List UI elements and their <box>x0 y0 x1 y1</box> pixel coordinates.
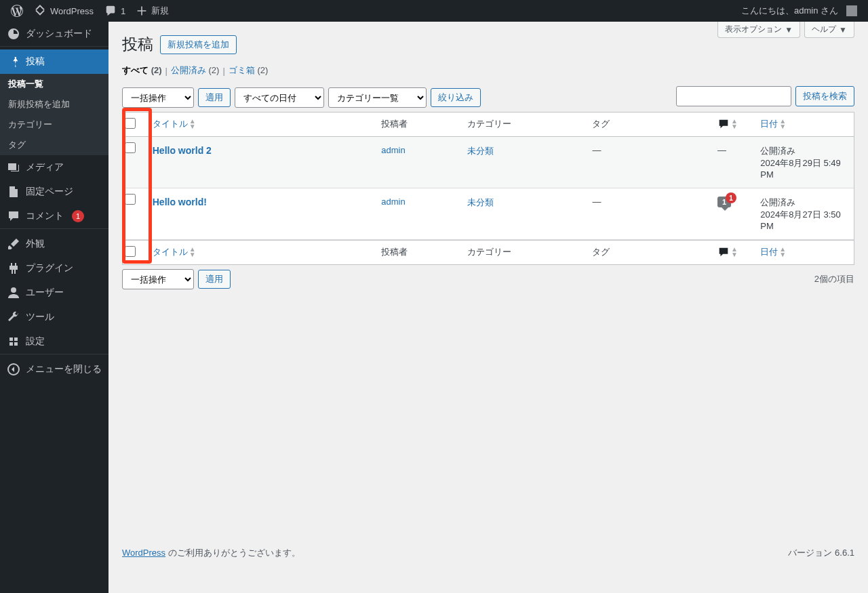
category-link[interactable]: 未分類 <box>467 146 494 156</box>
site-name-link[interactable]: WordPress <box>28 0 99 22</box>
col-comments[interactable]: ▲▼ <box>717 118 747 130</box>
select-all-bottom[interactable] <box>125 246 136 257</box>
page-title: 投稿 <box>122 34 153 55</box>
sidebar-tools[interactable]: ツール <box>0 305 108 329</box>
sort-icon: ▲▼ <box>731 119 738 129</box>
sidebar-posts[interactable]: 投稿 <box>0 49 108 74</box>
col-tags: タグ <box>585 240 711 264</box>
row-checkbox[interactable] <box>125 194 136 205</box>
tags-cell: — <box>585 137 711 188</box>
sidebar-media[interactable]: メディア <box>0 155 108 180</box>
sidebar-label: ダッシュボード <box>26 28 92 40</box>
col-title[interactable]: タイトル▲▼ <box>153 246 368 258</box>
col-author: 投稿者 <box>374 240 460 264</box>
add-new-button[interactable]: 新規投稿を追加 <box>160 35 237 54</box>
col-date[interactable]: 日付▲▼ <box>760 118 847 130</box>
sidebar-label: プラグイン <box>26 262 73 274</box>
submenu-posts-list[interactable]: 投稿一覧 <box>0 74 108 94</box>
tags-cell: — <box>585 188 711 240</box>
item-count-bottom: 2個の項目 <box>814 273 854 285</box>
help-button[interactable]: ヘルプ ▼ <box>804 22 854 38</box>
version-text: バージョン 6.6.1 <box>788 547 854 559</box>
collapse-icon <box>7 363 20 376</box>
date-cell: 公開済み2024年8月27日 3:50 PM <box>753 188 854 240</box>
svg-point-0 <box>11 287 16 293</box>
sidebar-collapse[interactable]: メニューを閉じる <box>0 357 108 382</box>
category-link[interactable]: 未分類 <box>467 197 494 207</box>
greeting-text: こんにちは、admin さん <box>741 5 838 17</box>
col-comments[interactable]: ▲▼ <box>717 246 747 258</box>
col-date[interactable]: 日付▲▼ <box>760 246 847 258</box>
comment-icon <box>717 118 730 130</box>
comment-icon <box>7 209 20 223</box>
filter-trash[interactable]: ゴミ箱 (2) <box>229 64 269 77</box>
table-row: Hello world 2 admin 未分類 — — 公開済み2024年8月2… <box>123 137 854 188</box>
site-name-text: WordPress <box>50 6 94 16</box>
bulk-action-select-bottom[interactable]: 一括操作 <box>122 269 194 289</box>
sidebar-label: コメント <box>26 210 64 222</box>
apply-button-bottom[interactable]: 適用 <box>198 270 231 289</box>
sidebar-users[interactable]: ユーザー <box>0 281 108 305</box>
sort-icon: ▲▼ <box>731 247 738 258</box>
sort-icon: ▲▼ <box>189 247 196 258</box>
search-input[interactable] <box>676 86 791 106</box>
post-title-link[interactable]: Hello world 2 <box>153 145 212 156</box>
user-icon <box>7 286 20 300</box>
submenu-posts-tag[interactable]: タグ <box>0 135 108 155</box>
sidebar-settings[interactable]: 設定 <box>0 329 108 354</box>
sidebar-dashboard[interactable]: ダッシュボード <box>0 22 108 46</box>
sidebar-appearance[interactable]: 外観 <box>0 232 108 256</box>
sidebar-label: メディア <box>26 161 64 173</box>
select-all-top[interactable] <box>125 118 136 129</box>
filter-all[interactable]: すべて (2) <box>122 64 162 77</box>
posts-table: タイトル▲▼ 投稿者 カテゴリー タグ ▲▼ 日付▲▼ Hello world … <box>122 112 854 265</box>
dashboard-icon <box>7 27 20 41</box>
sidebar-label: メニューを閉じる <box>26 363 102 375</box>
col-tags: タグ <box>585 113 711 137</box>
sidebar-pages[interactable]: 固定ページ <box>0 180 108 204</box>
submenu-posts-cat[interactable]: カテゴリー <box>0 115 108 135</box>
comments-cell: — <box>711 137 753 188</box>
col-title[interactable]: タイトル▲▼ <box>153 118 368 130</box>
wp-logo[interactable] <box>5 0 28 22</box>
comments-link[interactable]: 1 <box>99 0 131 22</box>
comment-icon <box>717 246 730 258</box>
sidebar-label: ツール <box>26 311 54 323</box>
sidebar-comments[interactable]: コメント 1 <box>0 204 108 228</box>
col-author: 投稿者 <box>374 113 460 137</box>
comments-cell: 1 1 <box>711 188 753 240</box>
sidebar-label: 設定 <box>26 335 45 348</box>
sort-icon: ▲▼ <box>779 119 786 129</box>
status-filter: すべて (2) | 公開済み (2) | ゴミ箱 (2) <box>122 64 854 77</box>
screen-options-button[interactable]: 表示オプション ▼ <box>717 22 800 38</box>
screen-options-label: 表示オプション <box>725 24 782 35</box>
main-content: 表示オプション ▼ ヘルプ ▼ 投稿 新規投稿を追加 すべて (2) | 公開済… <box>108 22 868 593</box>
comment-bubble[interactable]: 1 1 <box>717 197 731 207</box>
filter-published[interactable]: 公開済み (2) <box>171 64 220 77</box>
submenu-posts-add[interactable]: 新規投稿を追加 <box>0 94 108 115</box>
author-link[interactable]: admin <box>381 197 405 207</box>
date-filter-select[interactable]: すべての日付 <box>235 87 324 108</box>
post-title-link[interactable]: Hello world! <box>153 197 207 207</box>
thanks-text: のご利用ありがとうございます。 <box>165 548 300 558</box>
settings-icon <box>7 335 20 348</box>
search-button[interactable]: 投稿を検索 <box>795 86 854 106</box>
category-filter-select[interactable]: カテゴリー一覧 <box>328 87 427 108</box>
col-categories: カテゴリー <box>460 113 586 137</box>
new-content-link[interactable]: 新規 <box>131 0 174 22</box>
filter-button[interactable]: 絞り込み <box>431 88 481 107</box>
wordpress-link[interactable]: WordPress <box>122 548 165 558</box>
bulk-action-select-top[interactable]: 一括操作 <box>122 87 194 108</box>
user-greeting[interactable]: こんにちは、admin さん <box>736 0 863 22</box>
sidebar-plugins[interactable]: プラグイン <box>0 256 108 281</box>
new-label: 新規 <box>151 5 169 17</box>
row-checkbox[interactable] <box>125 142 136 153</box>
author-link[interactable]: admin <box>381 145 405 155</box>
chevron-down-icon: ▼ <box>839 25 847 35</box>
apply-button-top[interactable]: 適用 <box>198 88 231 107</box>
table-row: Hello world! admin 未分類 — 1 1 公開済み2024年8月… <box>123 188 854 240</box>
media-icon <box>7 161 20 174</box>
col-categories: カテゴリー <box>460 240 586 264</box>
wrench-icon <box>7 310 20 324</box>
plugin-icon <box>7 262 20 275</box>
